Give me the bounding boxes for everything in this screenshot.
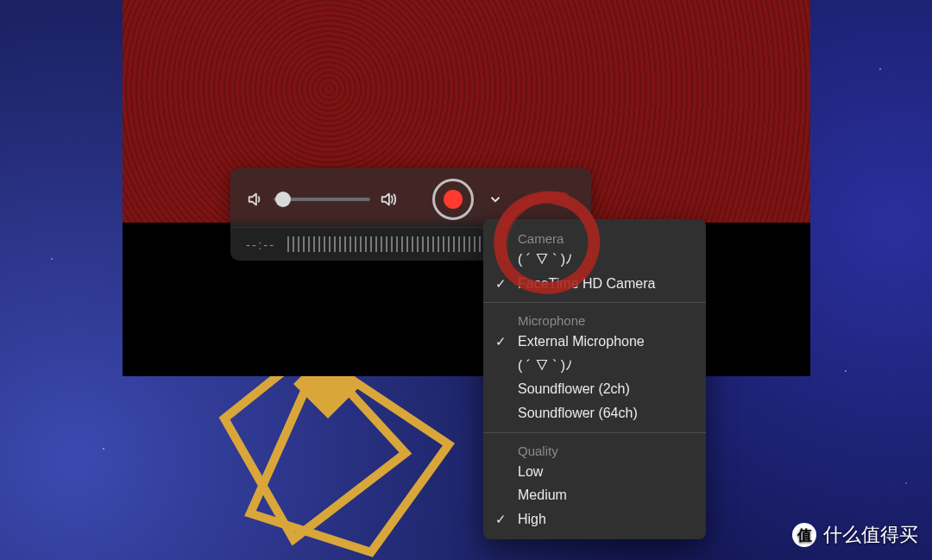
menu-item-camera-0[interactable]: ( ´ ▽ ` )ﾉ [483,248,706,272]
volume-slider-thumb[interactable] [275,192,291,207]
check-icon: ✓ [495,511,507,528]
menu-header-camera: Camera [483,228,706,248]
menu-item-label: Soundflower (64ch) [518,406,638,420]
elapsed-time: --:-- [246,237,275,252]
record-options-chevron[interactable] [488,192,503,207]
menu-item-mic-3[interactable]: Soundflower (64ch) [483,401,706,425]
menu-item-label: High [518,512,546,526]
menu-item-mic-0[interactable]: ✓ External Microphone [483,330,706,354]
menu-separator [483,432,706,433]
check-icon: ✓ [495,275,507,293]
watermark: 值 什么值得买 [792,522,918,548]
volume-control[interactable] [246,190,398,209]
menu-item-quality-0[interactable]: Low [483,460,706,484]
menu-item-label: Soundflower (2ch) [518,381,630,396]
watermark-badge: 值 [792,523,816,547]
menu-item-label: Low [518,464,543,479]
record-button[interactable] [432,179,474,220]
speaker-high-icon [379,190,398,209]
check-icon: ✓ [495,333,507,350]
menu-item-quality-1[interactable]: Medium [483,483,706,507]
menu-item-label: ( ´ ▽ ` )ﾉ [518,252,572,267]
menu-item-mic-1[interactable]: ( ´ ▽ ` )ﾉ [483,354,706,378]
speaker-low-icon [246,190,265,209]
menu-header-quality: Quality [483,440,706,460]
menu-item-mic-2[interactable]: Soundflower (2ch) [483,377,706,401]
menu-header-microphone: Microphone [483,310,706,330]
menu-item-quality-2[interactable]: ✓ High [483,507,706,532]
volume-slider-track[interactable] [274,198,370,201]
menu-item-label: FaceTime HD Camera [518,276,655,291]
record-options-menu: Camera ( ´ ▽ ` )ﾉ ✓ FaceTime HD Camera M… [483,219,706,539]
menu-separator [483,302,706,303]
menu-item-camera-1[interactable]: ✓ FaceTime HD Camera [483,272,706,296]
watermark-text: 什么值得买 [823,522,918,548]
record-icon [444,190,463,209]
menu-item-label: ( ´ ▽ ` )ﾉ [518,358,572,373]
menu-item-label: External Microphone [518,334,645,349]
menu-item-label: Medium [518,488,567,502]
